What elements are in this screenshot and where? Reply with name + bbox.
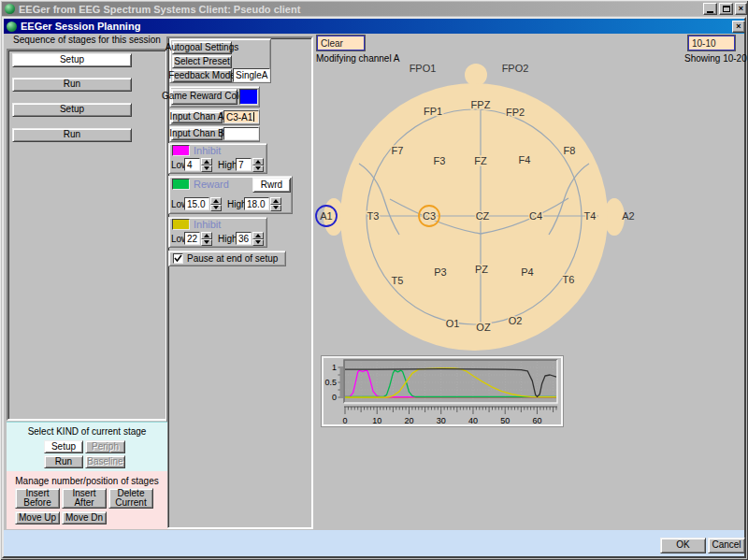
select-preset-button[interactable]: Select Preset xyxy=(172,55,232,68)
reward-high-field[interactable]: 18.0 xyxy=(244,197,269,210)
move-up-button[interactable]: Move Up xyxy=(15,511,60,524)
ok-button[interactable]: OK xyxy=(660,538,706,553)
sites-1010-button[interactable]: 10-10 xyxy=(688,36,735,50)
inhibit2-low-spinner[interactable] xyxy=(201,232,212,246)
insert-before-button[interactable]: InsertBefore xyxy=(15,488,60,509)
reward-high-spinner[interactable] xyxy=(270,197,281,211)
site-P4[interactable]: P4 xyxy=(521,266,533,278)
stage-item-3[interactable]: Setup xyxy=(12,103,132,117)
site-FPO1[interactable]: FPO1 xyxy=(410,63,437,74)
arrow-down-icon xyxy=(255,166,261,170)
site-FPO2[interactable]: FPO2 xyxy=(502,63,529,74)
inhibit1-high-field[interactable]: 7 xyxy=(236,158,252,171)
kind-baseline-button[interactable]: Baseline xyxy=(85,455,125,468)
site-O1[interactable]: O1 xyxy=(446,318,460,329)
stage-item-2[interactable]: Run xyxy=(12,78,132,92)
kind-run-button[interactable]: Run xyxy=(44,455,83,468)
eeger-main-window: EEGer from EEG Spectrum Systems Client: … xyxy=(0,0,748,560)
spin-up-button[interactable] xyxy=(210,197,222,205)
spin-down-button[interactable] xyxy=(201,239,212,247)
stage-item-4[interactable]: Run xyxy=(12,128,132,142)
move-dn-button[interactable]: Move Dn xyxy=(62,511,107,524)
feedback-mode-value[interactable]: SingleA xyxy=(233,68,270,82)
arrow-up-icon xyxy=(204,234,209,237)
manage-stages-header: Manage number/position of stages xyxy=(7,476,166,486)
game-reward-color-swatch[interactable] xyxy=(239,89,258,105)
session-close-button[interactable]: × xyxy=(732,21,745,33)
site-C3[interactable]: C3 xyxy=(423,210,436,222)
arrow-down-icon xyxy=(255,240,261,244)
input-chan-b-button[interactable]: Input Chan B xyxy=(171,128,223,140)
spin-up-button[interactable] xyxy=(252,158,264,165)
inhibit1-low-field[interactable]: 4 xyxy=(184,158,200,171)
reward-low-field[interactable]: 15.0 xyxy=(184,197,209,210)
spin-down-button[interactable] xyxy=(270,205,281,212)
spin-down-button[interactable] xyxy=(201,165,212,173)
game-reward-color-button[interactable]: Game Reward Color xyxy=(171,89,237,105)
site-T5[interactable]: T5 xyxy=(392,275,404,286)
site-T4[interactable]: T4 xyxy=(584,210,597,222)
arrow-down-icon xyxy=(204,240,209,244)
input-chan-b-field[interactable] xyxy=(223,127,259,140)
close-button[interactable]: × xyxy=(735,3,747,15)
site-OZ[interactable]: OZ xyxy=(476,322,491,333)
site-F7[interactable]: F7 xyxy=(392,145,404,156)
spin-down-button[interactable] xyxy=(210,205,222,212)
delete-current-button[interactable]: DeleteCurrent xyxy=(108,488,153,509)
site-CZ[interactable]: CZ xyxy=(476,210,490,222)
site-FP1[interactable]: FP1 xyxy=(424,106,442,117)
maximize-button[interactable] xyxy=(719,3,733,15)
outer-window-title: EEGer from EEG Spectrum Systems Client: … xyxy=(19,4,300,15)
site-FPZ[interactable]: FPZ xyxy=(471,99,491,110)
feedback-mode-button[interactable]: Feedback Mode xyxy=(172,69,232,82)
kind-periph-button[interactable]: Periph xyxy=(85,440,125,453)
x-tick-label: 10 xyxy=(372,416,381,425)
clear-button[interactable]: Clear xyxy=(317,36,365,50)
autogoal-settings-button[interactable]: Autogoal Settings xyxy=(172,41,232,54)
site-FP2[interactable]: FP2 xyxy=(506,107,525,118)
inhibit1-high-spinner[interactable] xyxy=(252,158,264,172)
inhibit1-color-swatch xyxy=(172,145,190,156)
site-P3[interactable]: P3 xyxy=(434,266,446,278)
site-O2[interactable]: O2 xyxy=(509,315,523,326)
input-chan-a-button[interactable]: Input Chan A xyxy=(171,111,223,123)
inhibit2-low-field[interactable]: 22 xyxy=(184,232,200,245)
site-A2[interactable]: A2 xyxy=(622,210,634,222)
spin-down-button[interactable] xyxy=(252,165,264,173)
insert-after-button[interactable]: InsertAfter xyxy=(62,488,107,509)
footer-strip xyxy=(4,530,744,556)
input-chan-a-field[interactable]: C3-A1 xyxy=(223,110,259,123)
kind-setup-button[interactable]: Setup xyxy=(44,440,83,453)
inhibit2-high-spinner[interactable] xyxy=(252,232,264,246)
reward-label: Reward xyxy=(194,179,229,190)
site-C4[interactable]: C4 xyxy=(529,210,542,222)
input-chan-a-value: C3-A1 xyxy=(226,112,252,122)
spin-up-button[interactable] xyxy=(201,158,212,165)
site-T6[interactable]: T6 xyxy=(563,274,575,285)
site-F8[interactable]: F8 xyxy=(564,145,576,156)
site-F4[interactable]: F4 xyxy=(519,154,531,165)
site-T3[interactable]: T3 xyxy=(367,210,380,222)
inhibit1-low-spinner[interactable] xyxy=(201,158,212,172)
site-F3[interactable]: F3 xyxy=(434,155,446,166)
stage-item-1[interactable]: Setup xyxy=(12,53,132,67)
high-label: High xyxy=(218,234,237,244)
spin-down-button[interactable] xyxy=(252,239,264,247)
y-tick-label: 0.5 xyxy=(324,378,337,387)
x-tick-label: 40 xyxy=(468,416,478,425)
site-PZ[interactable]: PZ xyxy=(475,264,488,275)
rwrd-button[interactable]: Rwrd xyxy=(252,178,291,193)
cancel-button[interactable]: Cancel xyxy=(708,538,745,553)
head-diagram[interactable]: FPO1FPO2FP1FPZFP2F7F3FZF4F8A1T3C3CZC4T4A… xyxy=(313,54,654,367)
spin-up-button[interactable] xyxy=(252,232,264,239)
site-A1[interactable]: A1 xyxy=(320,210,332,222)
spin-up-button[interactable] xyxy=(201,232,212,239)
button-label: After xyxy=(74,498,94,509)
minimize-button[interactable] xyxy=(703,3,717,15)
y-tick-label: 1 xyxy=(332,363,337,372)
inhibit2-high-field[interactable]: 36 xyxy=(236,232,252,245)
spin-up-button[interactable] xyxy=(270,197,281,205)
pause-checkbox[interactable] xyxy=(173,253,183,264)
site-FZ[interactable]: FZ xyxy=(474,155,487,166)
reward-low-spinner[interactable] xyxy=(210,197,222,211)
